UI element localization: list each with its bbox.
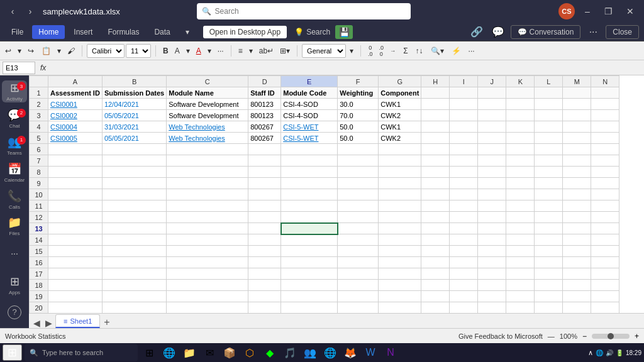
- cell-I5[interactable]: [450, 133, 478, 144]
- cell-D1[interactable]: Staff ID: [248, 87, 281, 99]
- tab-file[interactable]: File: [5, 25, 30, 39]
- cell-E1[interactable]: Module Code: [281, 87, 338, 99]
- add-sheet-button[interactable]: +: [101, 317, 112, 328]
- cell-J4[interactable]: [478, 121, 506, 133]
- taskbar-systray[interactable]: ∧: [588, 349, 593, 357]
- cell-D4[interactable]: 800267: [248, 121, 281, 133]
- cell-L3[interactable]: [535, 110, 563, 121]
- format-painter-button[interactable]: 🖌: [65, 45, 77, 57]
- back-button[interactable]: ‹: [5, 4, 20, 19]
- maximize-button[interactable]: ❐: [600, 3, 618, 20]
- fill-color-button[interactable]: A: [172, 45, 182, 57]
- cell-I3[interactable]: [450, 110, 478, 121]
- col-header-K[interactable]: K: [506, 76, 535, 87]
- save-indicator[interactable]: 💾: [335, 25, 353, 39]
- cell-H2[interactable]: [421, 99, 450, 110]
- cell-N3[interactable]: [591, 110, 619, 121]
- col-header-E[interactable]: E: [281, 76, 338, 87]
- row-header-12[interactable]: 12: [30, 212, 48, 223]
- ribbon-search[interactable]: 💡 Search: [294, 28, 330, 36]
- taskbar-spotify[interactable]: 🎵: [281, 344, 299, 361]
- cell-I1[interactable]: [450, 87, 478, 99]
- row-header-16[interactable]: 16: [30, 257, 48, 268]
- taskbar-search[interactable]: 🔍 Type here to search: [25, 344, 138, 361]
- cell-N2[interactable]: [591, 99, 619, 110]
- cell-C1[interactable]: Module Name: [167, 87, 248, 99]
- row-header-17[interactable]: 17: [30, 268, 48, 280]
- grid-area[interactable]: A B C D E F G H I J K L M N: [29, 75, 644, 313]
- minimize-button[interactable]: –: [579, 3, 596, 20]
- taskbar-firefox[interactable]: 🦊: [341, 344, 359, 361]
- row-header-13[interactable]: 13: [30, 223, 48, 234]
- number-inc-btn[interactable]: .00: [377, 43, 387, 58]
- zoom-out-button[interactable]: −: [582, 332, 587, 341]
- number-format-select[interactable]: General: [302, 44, 346, 58]
- paste-dropdown[interactable]: ▾: [55, 45, 64, 57]
- cell-B4[interactable]: 31/03/2021: [102, 121, 166, 133]
- paste-button[interactable]: 📋: [39, 45, 53, 57]
- cell-A2[interactable]: CSI0001: [48, 99, 103, 110]
- col-header-D[interactable]: D: [248, 76, 281, 87]
- share-icon-btn[interactable]: 🔗: [468, 23, 486, 41]
- number-arrow-btn[interactable]: →: [387, 47, 398, 55]
- sidebar-item-more[interactable]: ···: [2, 242, 27, 264]
- more-options-button[interactable]: ···: [584, 23, 602, 41]
- workbook-stats-label[interactable]: Workbook Statistics: [5, 332, 65, 340]
- cell-D5[interactable]: 800267: [248, 133, 281, 144]
- row-header-14[interactable]: 14: [30, 234, 48, 246]
- tab-insert[interactable]: Insert: [67, 25, 99, 39]
- cell-G2[interactable]: CWK1: [379, 99, 421, 110]
- cell-D3[interactable]: 800123: [248, 110, 281, 121]
- cell-M5[interactable]: [563, 133, 591, 144]
- cell-E13-selected[interactable]: [281, 223, 338, 234]
- sidebar-item-apps[interactable]: ⊞ Apps: [2, 274, 27, 296]
- taskbar-search-label[interactable]: Type here to search: [42, 349, 103, 356]
- sort-button[interactable]: ↑↓: [413, 45, 426, 57]
- col-header-G[interactable]: G: [379, 76, 421, 87]
- row-header-19[interactable]: 19: [30, 291, 48, 302]
- col-header-H[interactable]: H: [421, 76, 450, 87]
- cell-F2[interactable]: 30.0: [338, 99, 379, 110]
- network-icon[interactable]: 🌐: [596, 349, 603, 356]
- cell-E4[interactable]: CSI-5-WET: [281, 121, 338, 133]
- taskbar-dropbox[interactable]: 📦: [221, 344, 238, 361]
- cell-J5[interactable]: [478, 133, 506, 144]
- feedback-label[interactable]: Give Feedback to Microsoft: [458, 332, 543, 340]
- fill-color-dropdown[interactable]: ▾: [184, 45, 192, 57]
- cell-C3[interactable]: Software Development: [167, 110, 248, 121]
- cell-H3[interactable]: [421, 110, 450, 121]
- row-header-6[interactable]: 6: [30, 144, 48, 155]
- cell-J3[interactable]: [478, 110, 506, 121]
- sheet-tab-sheet1[interactable]: ≡ Sheet1: [55, 314, 100, 328]
- taskbar-onenote[interactable]: N: [382, 344, 399, 361]
- col-header-M[interactable]: M: [563, 76, 591, 87]
- forward-button[interactable]: ›: [23, 4, 38, 19]
- tab-data-dropdown[interactable]: ▾: [179, 25, 196, 39]
- sum-button[interactable]: Σ: [401, 45, 410, 57]
- cell-J1[interactable]: [478, 87, 506, 99]
- cell-E2[interactable]: CSI-4-SOD: [281, 99, 338, 110]
- cell-B5[interactable]: 05/05/2021: [102, 133, 166, 144]
- cell-A1[interactable]: Assessment ID: [48, 87, 103, 99]
- cell-A5[interactable]: CSI0005: [48, 133, 103, 144]
- title-search-box[interactable]: 🔍: [197, 3, 411, 19]
- undo-dropdown[interactable]: ▾: [15, 45, 24, 57]
- cell-N5[interactable]: [591, 133, 619, 144]
- cell-B3[interactable]: 05/05/2021: [102, 110, 166, 121]
- cell-A3[interactable]: CSI0002: [48, 110, 103, 121]
- cell-D2[interactable]: 800123: [248, 99, 281, 110]
- cell-K4[interactable]: [506, 121, 535, 133]
- font-color-dropdown[interactable]: ▾: [205, 45, 214, 57]
- avatar[interactable]: CS: [558, 3, 575, 19]
- taskbar-app2[interactable]: ◆: [261, 344, 279, 361]
- cell-L5[interactable]: [535, 133, 563, 144]
- col-header-A[interactable]: A: [48, 76, 103, 87]
- taskbar-explorer[interactable]: 📁: [180, 344, 198, 361]
- wrap-button[interactable]: ab↵: [257, 45, 276, 57]
- row-header-15[interactable]: 15: [30, 246, 48, 257]
- sheet-nav-left[interactable]: ◀: [31, 318, 42, 328]
- cell-F4[interactable]: 50.0: [338, 121, 379, 133]
- cell-K2[interactable]: [506, 99, 535, 110]
- comment-icon-btn[interactable]: 💬: [489, 23, 507, 41]
- row-header-2[interactable]: 2: [30, 99, 48, 110]
